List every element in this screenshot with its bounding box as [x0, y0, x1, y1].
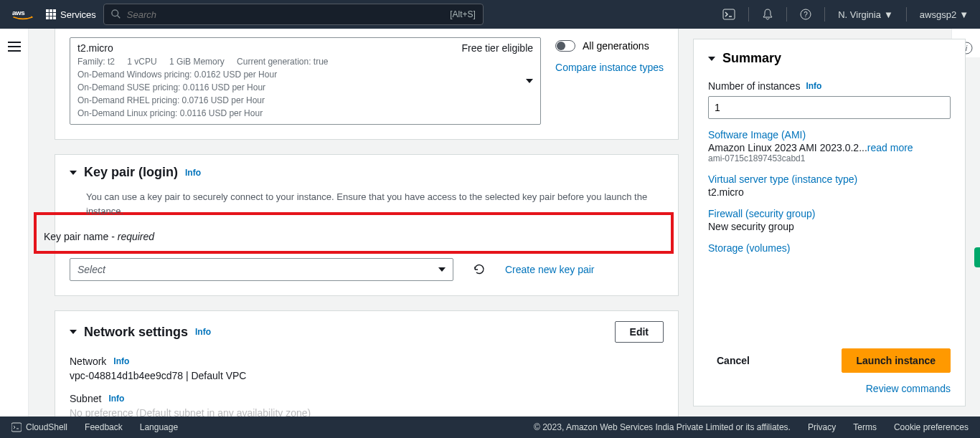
chevron-down-icon	[438, 267, 446, 272]
collapse-icon[interactable]	[70, 171, 77, 175]
firewall-link[interactable]: Firewall (security group)	[708, 208, 951, 219]
subnet-info-link[interactable]: Info	[108, 394, 124, 404]
keypair-select[interactable]: Select	[70, 258, 453, 281]
menu-toggle-icon[interactable]	[8, 42, 21, 416]
review-commands-link[interactable]: Review commands	[708, 383, 951, 394]
region-selector[interactable]: N. Virginia ▼	[838, 9, 893, 20]
compare-instance-types-link[interactable]: Compare instance types	[555, 62, 664, 73]
search-box[interactable]: [Alt+S]	[103, 4, 484, 25]
language-button[interactable]: Language	[140, 422, 178, 432]
chevron-down-icon: ▼	[959, 9, 969, 20]
instance-type-value: t2.micro	[708, 186, 951, 198]
svg-rect-8	[11, 423, 22, 432]
chevron-down-icon: ▼	[884, 9, 893, 20]
cloudshell-label: CloudShell	[26, 422, 67, 432]
separator	[786, 7, 787, 22]
collapse-icon[interactable]	[708, 57, 715, 61]
keypair-field-label: Key pair name - required	[44, 231, 664, 242]
read-more-link[interactable]: read more	[867, 142, 913, 153]
aws-logo[interactable]: aws	[11, 8, 34, 21]
firewall-value: New security group	[708, 221, 951, 232]
svg-point-1	[112, 10, 118, 16]
instance-type-select[interactable]: t2.micro Free tier eligible Family: t2 1…	[70, 37, 541, 125]
summary-title: Summary	[722, 51, 781, 66]
svg-text:?: ?	[804, 11, 808, 19]
cloudshell-button[interactable]: CloudShell	[11, 422, 67, 432]
svg-rect-3	[723, 9, 735, 19]
all-generations-label: All generations	[583, 40, 649, 52]
left-rail	[0, 29, 29, 416]
search-icon	[111, 9, 121, 19]
instance-memory: 1 GiB Memory	[169, 57, 225, 67]
num-instances-input[interactable]	[708, 96, 951, 119]
cancel-button[interactable]: Cancel	[708, 349, 758, 372]
instance-generation: Current generation: true	[237, 57, 328, 67]
all-generations-toggle[interactable]	[555, 40, 575, 52]
pricing-suse: On-Demand SUSE pricing: 0.0116 USD per H…	[77, 81, 533, 94]
svg-text:aws: aws	[12, 9, 25, 16]
instance-family: Family: t2	[77, 57, 115, 67]
privacy-link[interactable]: Privacy	[808, 422, 836, 432]
free-tier-badge: Free tier eligible	[461, 42, 533, 54]
pricing-rhel: On-Demand RHEL pricing: 0.0716 USD per H…	[77, 94, 533, 107]
create-keypair-link[interactable]: Create new key pair	[505, 264, 595, 275]
top-nav: aws Services [Alt+S] ? N. Virginia ▼ aws…	[0, 0, 980, 29]
region-label: N. Virginia	[838, 9, 881, 20]
account-label: awsgsp2	[920, 9, 956, 20]
launch-instance-button[interactable]: Launch instance	[842, 348, 951, 373]
collapse-icon[interactable]	[70, 330, 77, 334]
subnet-label: Subnet	[70, 393, 101, 404]
keypair-placeholder: Select	[77, 264, 105, 275]
footer: CloudShell Feedback Language © 2023, Ama…	[0, 416, 980, 438]
nav-right: ? N. Virginia ▼ awsgsp2 ▼	[722, 7, 969, 22]
copyright: © 2023, Amazon Web Services India Privat…	[534, 422, 791, 432]
separator	[824, 7, 825, 22]
network-value: vpc-048814d1b4ee9cd78 | Default VPC	[70, 370, 664, 381]
terms-link[interactable]: Terms	[853, 422, 877, 432]
num-instances-label: Number of instances	[708, 80, 800, 92]
network-info-link[interactable]: Info	[113, 356, 129, 366]
ami-id: ami-0715c1897453cabd1	[708, 153, 951, 163]
network-panel: Network settings Info Edit NetworkInfo v…	[55, 310, 679, 416]
storage-link[interactable]: Storage (volumes)	[708, 242, 951, 254]
cookies-link[interactable]: Cookie preferences	[894, 422, 969, 432]
help-icon[interactable]: ?	[800, 9, 811, 20]
network-title: Network settings	[84, 325, 188, 340]
instance-type-link[interactable]: Virtual server type (instance type)	[708, 173, 951, 185]
main-content: t2.micro Free tier eligible Family: t2 1…	[29, 29, 980, 416]
keypair-panel: Key pair (login) Info You can use a key …	[55, 154, 679, 296]
keypair-label-highlight: Key pair name - required	[34, 212, 674, 254]
feedback-button[interactable]: Feedback	[85, 422, 123, 432]
network-label: Network	[70, 356, 106, 367]
instance-vcpu: 1 vCPU	[127, 57, 156, 67]
svg-line-2	[118, 16, 121, 19]
grid-icon	[46, 9, 56, 19]
chevron-down-icon	[526, 79, 533, 83]
ami-link[interactable]: Software Image (AMI)	[708, 129, 951, 141]
services-button[interactable]: Services	[46, 9, 96, 20]
form-content: t2.micro Free tier eligible Family: t2 1…	[29, 29, 693, 416]
edit-network-button[interactable]: Edit	[615, 321, 664, 343]
keypair-info-link[interactable]: Info	[185, 168, 201, 178]
services-label: Services	[60, 9, 96, 20]
pricing-linux: On-Demand Linux pricing: 0.0116 USD per …	[77, 107, 533, 120]
notifications-icon[interactable]	[762, 9, 773, 20]
pricing-windows: On-Demand Windows pricing: 0.0162 USD pe…	[77, 68, 533, 81]
cloudshell-icon[interactable]	[722, 8, 735, 21]
search-input[interactable]	[127, 9, 450, 20]
instance-type-panel: t2.micro Free tier eligible Family: t2 1…	[55, 29, 679, 140]
ami-value: Amazon Linux 2023 AMI 2023.0.2...	[708, 142, 867, 153]
keypair-title: Key pair (login)	[84, 165, 178, 180]
account-selector[interactable]: awsgsp2 ▼	[920, 9, 969, 20]
subnet-value: No preference (Default subnet in any ava…	[70, 407, 664, 416]
num-instances-info[interactable]: Info	[806, 81, 821, 91]
summary-panel: Summary Number of instancesInfo Software…	[693, 39, 966, 406]
instance-name: t2.micro	[77, 42, 113, 54]
refresh-button[interactable]	[468, 258, 491, 281]
search-shortcut: [Alt+S]	[450, 9, 476, 19]
separator	[906, 7, 907, 22]
separator	[748, 7, 749, 22]
network-info-link[interactable]: Info	[195, 327, 211, 337]
